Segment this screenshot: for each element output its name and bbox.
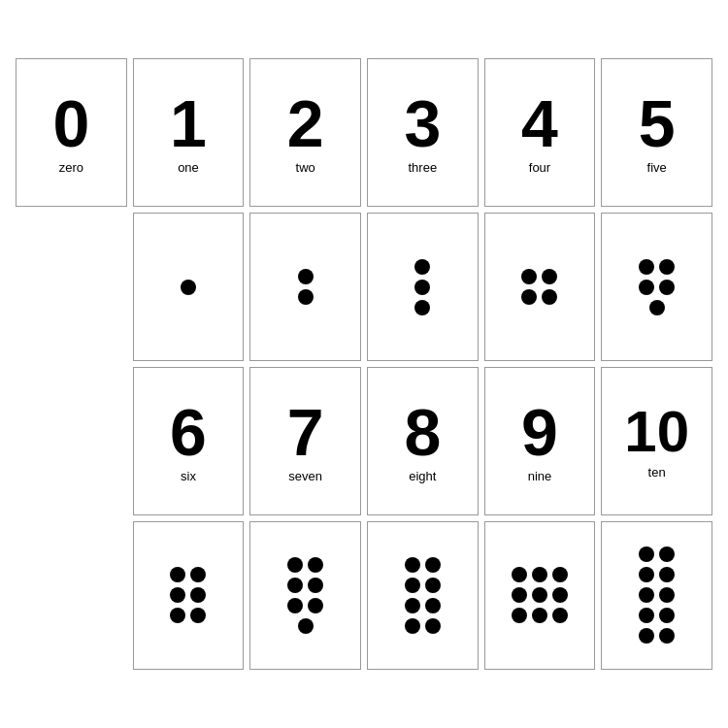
label-8: eight <box>409 469 436 483</box>
label-9: nine <box>528 469 552 483</box>
dot-card-8 <box>367 521 479 670</box>
label-3: three <box>409 160 438 175</box>
digit-6: 6 <box>170 399 207 465</box>
card-6: 6 six <box>133 367 245 515</box>
dot-card-5 <box>601 213 712 361</box>
card-7: 7 seven <box>249 367 361 515</box>
main-grid: 0 zero 1 one 2 two 3 three 4 four 5 five <box>0 43 728 685</box>
dots-7 <box>287 528 323 663</box>
label-6: six <box>181 469 196 483</box>
label-7: seven <box>288 469 322 483</box>
dot-card-3 <box>367 213 479 361</box>
card-3: 3 three <box>367 58 479 207</box>
digit-10: 10 <box>624 403 689 461</box>
dots-5 <box>639 219 675 354</box>
dots-8 <box>405 528 441 663</box>
dots-4 <box>521 219 557 354</box>
dots-9 <box>512 528 568 663</box>
dot-card-6 <box>133 521 245 670</box>
dot-card-9 <box>484 521 596 670</box>
dots-3 <box>414 219 430 354</box>
label-5: five <box>647 160 667 175</box>
digit-8: 8 <box>404 399 441 465</box>
digit-0: 0 <box>52 90 89 156</box>
card-4: 4 four <box>484 58 596 207</box>
card-8: 8 eight <box>367 367 479 515</box>
digit-9: 9 <box>521 399 558 465</box>
card-9: 9 nine <box>484 367 596 515</box>
empty-placeholder-3 <box>16 521 127 670</box>
dot-card-7 <box>249 521 361 670</box>
empty-placeholder <box>16 213 127 361</box>
dot-card-10 <box>601 521 712 670</box>
digit-4: 4 <box>521 90 558 156</box>
digit-7: 7 <box>287 399 324 465</box>
label-2: two <box>296 160 315 175</box>
card-2: 2 two <box>249 58 361 207</box>
digit-5: 5 <box>639 90 676 156</box>
card-10: 10 ten <box>601 367 712 515</box>
label-4: four <box>529 160 550 175</box>
card-0: 0 zero <box>16 58 127 207</box>
card-1: 1 one <box>133 58 245 207</box>
label-1: one <box>178 160 199 175</box>
dot-card-4 <box>484 213 596 361</box>
label-10: ten <box>648 465 666 480</box>
dots-2 <box>298 219 314 354</box>
label-0: zero <box>59 160 83 175</box>
empty-placeholder-2 <box>16 367 127 515</box>
dot-card-2 <box>249 213 361 361</box>
digit-1: 1 <box>170 90 207 156</box>
dots-10 <box>639 528 675 663</box>
dots-6 <box>170 528 206 663</box>
digit-3: 3 <box>404 90 441 156</box>
dots-1 <box>181 219 196 354</box>
card-5: 5 five <box>601 58 712 207</box>
dot-card-1 <box>133 213 245 361</box>
digit-2: 2 <box>287 90 324 156</box>
